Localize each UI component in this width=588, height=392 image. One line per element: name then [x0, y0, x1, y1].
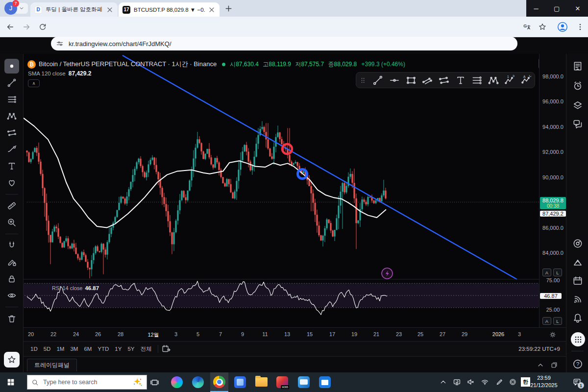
browser-tab-2-active[interactable]: 17 BTCUSDT.P 88,029.8 ▼ −0.33%: [119, 2, 220, 17]
volume-muted-icon[interactable]: [466, 378, 475, 386]
display-cast-icon[interactable]: [453, 378, 461, 386]
tool-magnet[interactable]: [4, 238, 19, 253]
wifi-icon[interactable]: [481, 378, 489, 386]
tool-drawing-mode[interactable]: [4, 255, 19, 270]
rsi-log-scale-button[interactable]: L: [553, 317, 562, 325]
symbol-title[interactable]: Bitcoin / TetherUS PERPETUAL CONTRACT · …: [39, 60, 217, 69]
screener-target-icon[interactable]: [572, 238, 583, 249]
edge-icon[interactable]: [192, 376, 204, 388]
taskbar-search-box[interactable]: Type here to search: [27, 375, 147, 390]
apps-menu-button[interactable]: [571, 332, 585, 346]
range-1D[interactable]: 1D: [27, 344, 41, 353]
tool-pattern[interactable]: [4, 109, 19, 123]
tab2-close-icon[interactable]: [208, 6, 216, 14]
server-clock[interactable]: 23:59:22 UTC+9: [518, 346, 560, 352]
tool-text[interactable]: [4, 159, 19, 173]
chart-pane[interactable]: ₿ Bitcoin / TetherUS PERPETUAL CONTRACT …: [24, 54, 566, 327]
tray-clock[interactable]: 23:59 21/12/2025: [528, 374, 560, 389]
tool-brush[interactable]: [4, 142, 19, 157]
time-axis[interactable]: 202224262812월357911131517192123252729202…: [24, 327, 566, 341]
trend-line-icon[interactable]: [372, 75, 383, 86]
window-minimize-button[interactable]: ─: [534, 5, 539, 12]
media-app-icon[interactable]: [234, 376, 246, 388]
tab1-close-icon[interactable]: [106, 6, 114, 14]
parallel-channel-icon[interactable]: [422, 75, 433, 86]
site-settings-icon[interactable]: [56, 40, 64, 48]
tool-lock-all[interactable]: [4, 271, 19, 286]
tool-cursor[interactable]: [4, 59, 19, 74]
tool-hide-drawings[interactable]: [4, 288, 19, 303]
range-6M[interactable]: 6M: [81, 344, 95, 353]
profile-avatar[interactable]: [557, 22, 568, 32]
store-icon[interactable]: [319, 376, 331, 388]
browser-menu-icon[interactable]: [576, 23, 585, 31]
tray-overflow-chevron[interactable]: [439, 378, 447, 386]
alerts-clock-icon[interactable]: [572, 80, 583, 91]
range-YTD[interactable]: YTD: [95, 344, 112, 353]
range-1M[interactable]: 1M: [53, 344, 67, 353]
range-전체[interactable]: 전체: [138, 344, 155, 354]
tool-zoom-in[interactable]: [4, 215, 19, 230]
range-3M[interactable]: 3M: [67, 344, 81, 353]
window-close-button[interactable]: ✕: [575, 5, 580, 12]
ideas-icon[interactable]: [572, 257, 583, 268]
pen-input-icon[interactable]: [495, 378, 504, 386]
notifications-bell-icon[interactable]: [572, 313, 583, 323]
tool-trend-line[interactable]: [4, 75, 19, 90]
log-scale-button[interactable]: L: [553, 269, 562, 276]
object-tree-layers-icon[interactable]: [572, 100, 583, 111]
favorites-toolbar-toggle[interactable]: [4, 352, 20, 368]
help-icon[interactable]: ?: [572, 359, 583, 369]
rsi-legend[interactable]: RSI 14 close46.87: [52, 285, 99, 291]
horizontal-line-icon[interactable]: [389, 75, 400, 86]
symbol-legend[interactable]: ₿ Bitcoin / TetherUS PERPETUAL CONTRACT …: [27, 60, 405, 69]
abc-correction-icon[interactable]: AC: [521, 75, 532, 86]
axis-settings-gear-icon[interactable]: [549, 331, 557, 339]
file-explorer-icon[interactable]: [255, 377, 268, 387]
task-view-button[interactable]: [150, 378, 159, 387]
forward-button[interactable]: [22, 23, 31, 31]
auto-scale-button[interactable]: A: [542, 269, 551, 276]
tool-measure[interactable]: [4, 198, 19, 213]
chrome-taskbar-active[interactable]: [210, 372, 228, 392]
elliott-wave-icon[interactable]: 15: [504, 75, 515, 86]
rectangle-icon[interactable]: [406, 75, 416, 86]
new-tab-button[interactable]: [223, 3, 234, 14]
trading-panel-tab[interactable]: 트레이딩패널: [27, 359, 77, 371]
range-5D[interactable]: 5D: [41, 344, 54, 353]
watchlist-icon[interactable]: [572, 61, 583, 72]
xabcd-pattern-icon[interactable]: [488, 75, 499, 86]
copilot-icon[interactable]: [171, 376, 183, 388]
start-button[interactable]: [6, 378, 15, 387]
chart-canvas[interactable]: [24, 54, 539, 327]
news-signal-icon[interactable]: [572, 294, 583, 305]
disjoint-channel-icon[interactable]: [439, 75, 449, 86]
panel-restore-icon[interactable]: [550, 361, 558, 369]
browser-tab-1[interactable]: D 투딩 | 올바른 암호화폐 투자의: [30, 2, 118, 17]
outlook-icon[interactable]: [298, 376, 310, 388]
reload-button[interactable]: [38, 23, 47, 31]
drag-handle-icon[interactable]: [359, 75, 367, 86]
range-5Y[interactable]: 5Y: [124, 344, 137, 353]
rsi-auto-scale-button[interactable]: A: [542, 317, 551, 325]
m365-icon[interactable]: M365: [276, 376, 288, 388]
tool-remove-drawings[interactable]: [4, 311, 19, 326]
fib-retracement-icon[interactable]: [471, 75, 482, 86]
sma-legend[interactable]: SMA 120 close87,429.2: [28, 70, 91, 77]
calendar-icon[interactable]: [572, 275, 583, 286]
tool-emoji[interactable]: [4, 175, 19, 190]
translate-icon[interactable]: G: [522, 23, 531, 31]
tool-fib[interactable]: [4, 92, 19, 107]
panel-expand-icon[interactable]: [537, 361, 544, 369]
go-to-date-icon[interactable]: [161, 344, 171, 354]
tool-prediction[interactable]: [4, 125, 19, 140]
price-axis[interactable]: 98,000.096,000.094,000.092,000.090,000.0…: [539, 54, 566, 327]
legend-collapse-button[interactable]: ∧: [28, 79, 40, 87]
chat-icon[interactable]: [572, 119, 583, 129]
range-1Y[interactable]: 1Y: [112, 344, 124, 353]
back-button[interactable]: [6, 23, 15, 31]
text-tool-icon[interactable]: [455, 75, 466, 86]
bookmark-star-icon[interactable]: [538, 23, 547, 31]
user-avatar[interactable]: J 7: [4, 2, 17, 15]
window-maximize-button[interactable]: ▢: [554, 5, 560, 12]
